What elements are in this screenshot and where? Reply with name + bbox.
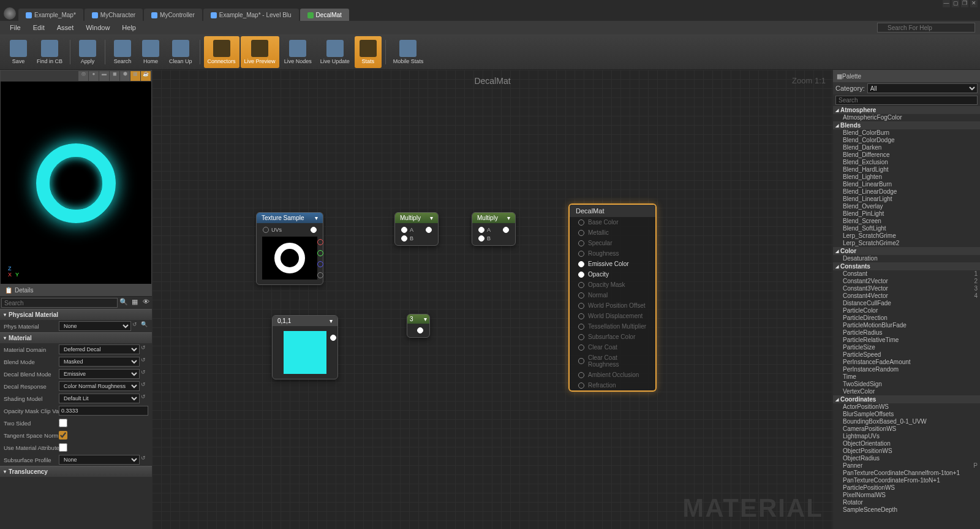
result-pin-tessellation-multiplier[interactable]: Tessellation Multiplier [570,321,655,332]
section-physical-material[interactable]: Physical Material [0,309,152,320]
palette-item[interactable]: Constant2Vector2 [833,278,980,285]
palette-item[interactable]: ObjectPositionWS [833,447,980,455]
pin-icon[interactable] [578,282,584,288]
result-pin-clear-coat[interactable]: Clear Coat [570,342,655,352]
palette-list[interactable]: AtmosphereAtmosphericFogColorBlendsBlend… [833,106,980,529]
toolbar-stats[interactable]: Stats [355,36,382,68]
pin-icon[interactable] [578,261,584,267]
palette-item[interactable]: ObjectOrientation [833,440,980,447]
browse-icon[interactable]: 🔍 [141,321,148,329]
preview-mesh-icon[interactable]: ⬢ [120,71,130,81]
toolbar-home[interactable]: Home [137,36,164,68]
palette-item[interactable]: ParticleMotionBlurFade [833,322,980,329]
palette-item[interactable]: Blend_Lighten [833,173,980,181]
palette-item[interactable]: Blend_LinearDodge [833,188,980,196]
pin-icon[interactable] [578,372,584,378]
palette-item[interactable]: ParticleDirection [833,314,980,322]
palette-item[interactable]: ParticleSize [833,344,980,351]
tab-mycharacter[interactable]: MyCharacter [85,9,143,21]
reset-icon[interactable]: ↺ [141,381,148,389]
chevron-down-icon[interactable]: ▾ [315,215,318,221]
pin-b[interactable] [401,235,407,242]
pin-out-rgb[interactable] [311,227,317,233]
palette-item[interactable]: Time [833,373,980,381]
chevron-down-icon[interactable]: ▾ [430,215,433,221]
pin-icon[interactable] [578,240,584,246]
toolbar-apply[interactable]: Apply [74,36,101,68]
result-pin-opacity[interactable]: Opacity [570,269,655,280]
palette-item[interactable]: Lerp_ScratchGrime [833,232,980,240]
palette-item[interactable]: Blend_LinearLight [833,196,980,203]
material-preview[interactable]: ◎ ● ▬ ◼ ⬢ ▦ ☕ ZXY [0,70,152,284]
palette-item[interactable]: ObjectRadius [833,455,980,462]
result-pin-emissive-color[interactable]: Emissive Color [570,259,655,269]
palette-item[interactable]: AtmosphericFogColor [833,114,980,121]
restore-icon[interactable]: ❐ [961,0,968,7]
palette-section-blends[interactable]: Blends [833,121,980,129]
details-search-input[interactable] [1,298,118,308]
palette-item[interactable]: Blend_Exclusion [833,159,980,166]
result-pin-roughness[interactable]: Roughness [570,248,655,259]
pin-out-r[interactable] [317,239,323,245]
palette-section-color[interactable]: Color [833,247,980,255]
palette-item[interactable]: Blend_PinLight [833,210,980,218]
details-tab[interactable]: 📋 Details [0,284,152,297]
palette-item[interactable]: VertexColor [833,388,980,395]
chevron-down-icon[interactable]: ▾ [330,318,333,324]
eye-icon[interactable]: 👁 [141,298,151,308]
palette-item[interactable]: PanTextureCoordinateChannelfrom-1ton+1 [833,470,980,477]
result-pin-clear-coat-roughness[interactable]: Clear Coat Roughness [570,352,655,370]
pin-a[interactable] [478,227,484,233]
palette-item[interactable]: Blend_ColorBurn [833,129,980,137]
prop-input[interactable] [59,406,148,416]
palette-item[interactable]: TwoSidedSign [833,381,980,388]
palette-item[interactable]: PerInstanceFadeAmount [833,359,980,366]
palette-item[interactable]: Constant1 [833,270,980,278]
pin-icon[interactable] [578,251,584,257]
menu-window[interactable]: Window [80,22,116,33]
pin-icon[interactable] [578,358,584,364]
tab-decalmat[interactable]: DecalMat [300,9,349,21]
palette-item[interactable]: Blend_Screen [833,218,980,225]
palette-tab[interactable]: ▦ Palette [833,70,980,82]
palette-item[interactable]: CameraPositionWS [833,425,980,433]
reset-icon[interactable]: ↺ [141,394,148,401]
reset-icon[interactable]: ↺ [141,369,148,376]
toolbar-save[interactable]: Save [5,36,32,68]
pin-out-g[interactable] [317,250,323,256]
palette-item[interactable]: ParticlePositionWS [833,484,980,492]
palette-section-constants[interactable]: Constants [833,262,980,270]
prop-select[interactable]: Masked [59,357,140,367]
reset-icon[interactable]: ↺ [141,344,148,352]
toolbar-search[interactable]: Search [109,36,136,68]
palette-item[interactable]: Lerp_ScratchGrime2 [833,240,980,247]
close-icon[interactable]: ✕ [970,0,978,7]
menu-edit[interactable]: Edit [27,22,51,33]
result-pin-subsurface-color[interactable]: Subsurface Color [570,332,655,342]
palette-item[interactable]: Constant4Vector4 [833,292,980,300]
preview-cylinder-icon[interactable]: ◎ [78,71,88,81]
search-icon[interactable]: 🔍 [119,298,129,308]
preview-grid-icon[interactable]: ▦ [130,71,140,81]
node-multiply-2[interactable]: Multiply▾ A B [472,212,516,246]
toolbar-live-nodes[interactable]: Live Nodes [281,36,315,68]
result-pin-ambient-occlusion[interactable]: Ambient Occlusion [570,370,655,380]
pin-icon[interactable] [578,313,584,319]
palette-item[interactable]: BoundingBoxBased_0-1_UVW [833,418,980,425]
toolbar-connectors[interactable]: Connectors [204,36,239,68]
pin-out[interactable] [330,335,336,341]
pin-icon[interactable] [578,230,584,236]
graph-area[interactable]: DecalMat Zoom 1:1 MATERIAL Texture Sampl… [152,70,833,529]
chevron-down-icon[interactable]: ▾ [507,215,510,221]
result-pin-normal[interactable]: Normal [570,290,655,300]
category-select[interactable]: All [867,83,978,93]
menu-asset[interactable]: Asset [51,22,80,33]
palette-item[interactable]: Blend_Overlay [833,203,980,210]
toolbar-find-in-cb[interactable]: Find in CB [33,36,66,68]
prop-select[interactable]: Default Lit [59,394,140,403]
result-pin-world-position-offset[interactable]: World Position Offset [570,300,655,311]
phys-material-select[interactable]: None [59,321,131,331]
palette-item[interactable]: ParticleSpeed [833,351,980,359]
prop-checkbox[interactable] [59,431,67,440]
palette-item[interactable]: ParticleColor [833,307,980,314]
